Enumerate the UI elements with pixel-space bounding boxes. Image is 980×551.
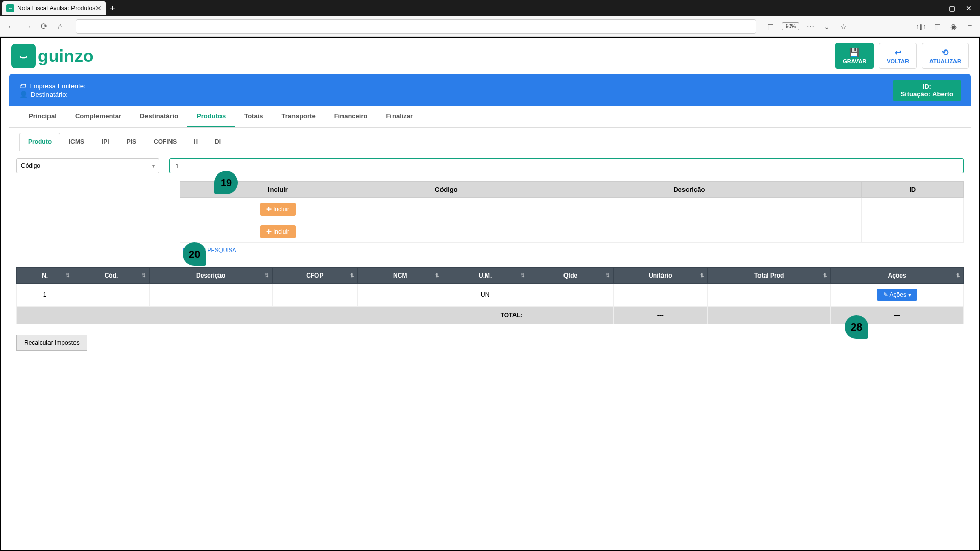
sidebar-icon[interactable]: ▥ [932, 21, 942, 32]
browser-toolbar: ← → ⟳ ⌂ ▤ 90% ⋯ ⌄ ☆ ⫾⫿⫾ ▥ ◉ ≡ [0, 16, 980, 37]
column-header[interactable]: CFOP⇅ [272, 268, 357, 284]
save-label: GRAVAR [843, 58, 866, 64]
subtab-icms[interactable]: ICMS [60, 133, 93, 151]
tab-complementar[interactable]: Complementar [66, 106, 131, 127]
tab-totais[interactable]: Totais [235, 106, 272, 127]
tab-bar: ⌣ Nota Fiscal Avulsa: Produtos ✕ + — ▢ ✕ [0, 0, 980, 16]
tag-icon: 🏷 [19, 82, 26, 90]
close-search-link[interactable]: FECHAR PESQUISA [183, 243, 236, 257]
search-results-table: IncluirCódigoDescriçãoID ✚ Incluir ✚ Inc… [180, 181, 964, 243]
search-type-dropdown[interactable]: Código [16, 158, 159, 173]
emitter-label: Empresa Emitente: [29, 82, 86, 90]
include-button[interactable]: ✚ Incluir [260, 225, 296, 238]
actions-button[interactable]: ✎ Ações ▾ [877, 289, 917, 301]
main-tabs: PrincipalComplementarDestinatárioProduto… [9, 106, 971, 128]
logo-icon: ⌣ [11, 44, 36, 68]
maximize-icon[interactable]: ▢ [949, 4, 955, 12]
search-header: ID [862, 182, 964, 198]
menu-icon[interactable]: ≡ [965, 21, 975, 32]
search-row: ✚ Incluir [180, 198, 964, 220]
column-header[interactable]: Ações⇅ [831, 268, 964, 284]
column-header[interactable]: Cód.⇅ [74, 268, 149, 284]
tab-produtos[interactable]: Produtos [187, 106, 235, 127]
bookmark-icon[interactable]: ☆ [838, 21, 848, 32]
more-icon[interactable]: ⋯ [805, 21, 816, 32]
subtab-di[interactable]: DI [206, 133, 230, 151]
app-header: ⌣ guinzo 💾 GRAVAR ↩ VOLTAR ⟲ ATUALIZAR [1, 38, 979, 74]
tab-finalizar[interactable]: Finalizar [377, 106, 422, 127]
info-banner: 🏷Empresa Emitente: 👤Destinatário: ID: Si… [9, 74, 971, 106]
sub-tabs: ProdutoICMSIPIPISCOFINSIIDI [9, 128, 971, 151]
subtab-produto[interactable]: Produto [19, 133, 60, 151]
user-icon: 👤 [19, 91, 28, 98]
tab-title: Nota Fiscal Avulsa: Produtos [17, 5, 95, 12]
products-table: N.⇅Cód.⇅Descrição⇅CFOP⇅NCM⇅U.M.⇅Qtde⇅Uni… [16, 267, 964, 324]
save-icon: 💾 [849, 47, 860, 57]
zoom-badge[interactable]: 90% [782, 22, 799, 30]
column-header[interactable]: NCM⇅ [357, 268, 443, 284]
search-input[interactable] [169, 158, 964, 173]
url-bar[interactable] [76, 19, 756, 34]
recipient-label: Destinatário: [31, 91, 68, 98]
reload-icon[interactable]: ⟳ [38, 20, 50, 33]
column-header[interactable]: Descrição⇅ [149, 268, 272, 284]
total-row: TOTAL:------ [17, 307, 964, 324]
favicon-icon: ⌣ [6, 4, 14, 12]
subtab-ii[interactable]: II [185, 133, 206, 151]
reader-icon[interactable]: ▤ [766, 21, 776, 32]
back-label: VOLTAR [887, 58, 909, 64]
tab-principal[interactable]: Principal [19, 106, 66, 127]
new-tab-button[interactable]: + [110, 3, 115, 14]
include-button[interactable]: ✚ Incluir [260, 203, 296, 216]
library-icon[interactable]: ⫾⫿⫾ [916, 21, 926, 32]
refresh-button[interactable]: ⟲ ATUALIZAR [922, 43, 969, 69]
logo-text: guinzo [38, 46, 94, 66]
status-label: Situação: Aberto [900, 90, 953, 98]
back-arrow-icon: ↩ [895, 47, 901, 57]
close-window-icon[interactable]: ✕ [966, 4, 972, 12]
account-icon[interactable]: ◉ [948, 21, 959, 32]
search-header: Descrição [517, 182, 862, 198]
close-tab-icon[interactable]: ✕ [95, 4, 102, 12]
browser-tab[interactable]: ⌣ Nota Fiscal Avulsa: Produtos ✕ [2, 1, 106, 15]
pocket-icon[interactable]: ⌄ [822, 21, 832, 32]
tab-destinatário[interactable]: Destinatário [131, 106, 187, 127]
tab-financeiro[interactable]: Financeiro [325, 106, 377, 127]
search-row: ✚ Incluir [180, 220, 964, 243]
dropdown-value: Código [21, 162, 40, 169]
back-button[interactable]: ↩ VOLTAR [879, 43, 917, 69]
search-header: Incluir [180, 182, 376, 198]
column-header[interactable]: Qtde⇅ [528, 268, 613, 284]
tab-transporte[interactable]: Transporte [272, 106, 325, 127]
minimize-icon[interactable]: — [932, 4, 939, 12]
search-header: Código [376, 182, 517, 198]
subtab-pis[interactable]: PIS [118, 133, 145, 151]
status-badge: ID: Situação: Aberto [893, 80, 961, 101]
forward-icon[interactable]: → [21, 20, 34, 33]
id-label: ID: [900, 83, 953, 90]
table-row: 1UN✎ Ações ▾ [17, 284, 964, 307]
refresh-icon: ⟲ [942, 47, 948, 57]
subtab-cofins[interactable]: COFINS [145, 133, 185, 151]
recalculate-button[interactable]: Recalcular Impostos [16, 335, 87, 351]
column-header[interactable]: U.M.⇅ [443, 268, 528, 284]
column-header[interactable]: N.⇅ [17, 268, 74, 284]
back-icon[interactable]: ← [5, 20, 17, 33]
column-header[interactable]: Unitário⇅ [613, 268, 708, 284]
refresh-label: ATUALIZAR [929, 58, 961, 64]
save-button[interactable]: 💾 GRAVAR [835, 43, 874, 69]
column-header[interactable]: Total Prod⇅ [708, 268, 831, 284]
subtab-ipi[interactable]: IPI [93, 133, 118, 151]
home-icon[interactable]: ⌂ [54, 20, 66, 33]
